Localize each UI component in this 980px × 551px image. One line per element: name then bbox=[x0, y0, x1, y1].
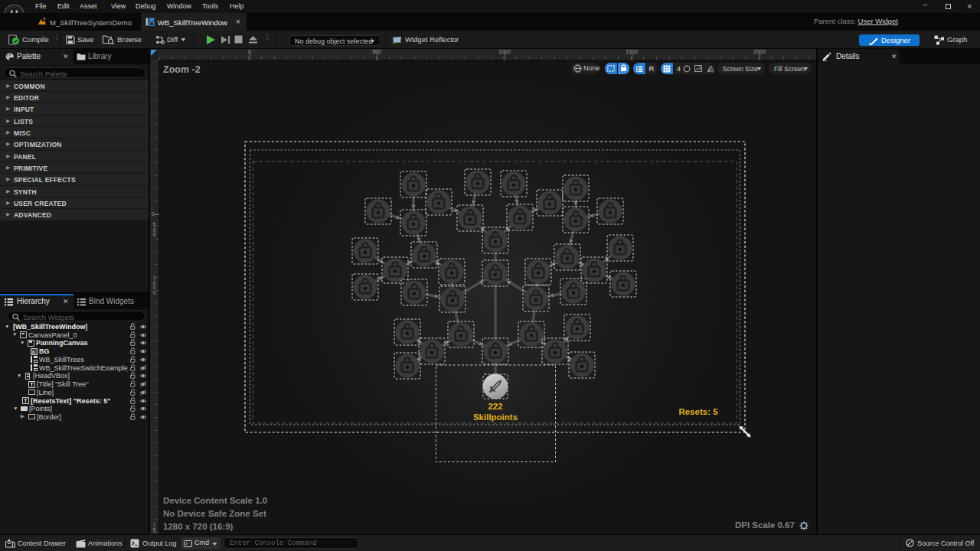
svg-text:Skillpoints: Skillpoints bbox=[473, 412, 518, 422]
svg-text:Resets: 5: Resets: 5 bbox=[678, 407, 718, 416]
svg-text:222: 222 bbox=[488, 402, 502, 411]
